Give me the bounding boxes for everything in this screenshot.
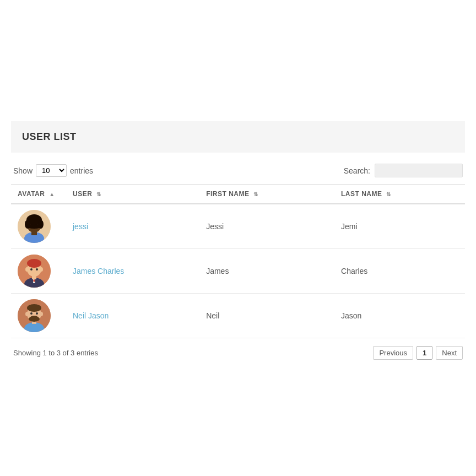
entries-select[interactable]: 10 25 50 100: [36, 164, 67, 177]
col-avatar[interactable]: AVATAR: [11, 185, 66, 204]
lastname-sort-icon: [386, 191, 391, 197]
svg-point-25: [30, 316, 38, 319]
page-header: USER LIST: [11, 121, 465, 153]
user-cell-1[interactable]: jessi: [66, 204, 199, 249]
showing-text: Showing 1 to 3 of 3 entries: [13, 349, 98, 357]
col-user-label: USER: [73, 190, 92, 198]
show-label: Show: [13, 166, 33, 175]
table-row: James CharlesJamesCharles: [11, 249, 465, 294]
lastname-cell-1: Jemi: [334, 204, 465, 249]
svg-point-18: [36, 268, 38, 271]
lastname-cell-3: Jason: [334, 294, 465, 338]
svg-point-15: [25, 267, 29, 272]
firstname-cell-1: Jessi: [199, 204, 334, 249]
svg-point-29: [36, 312, 38, 315]
avatar: [18, 255, 51, 288]
avatar-cell-1: [11, 204, 66, 249]
firstname-sort-icon: [253, 191, 258, 197]
svg-point-14: [27, 259, 41, 268]
pagination: Previous 1 Next: [373, 346, 463, 360]
search-input[interactable]: [375, 164, 463, 177]
lastname-cell-2: Charles: [334, 249, 465, 294]
col-first-name[interactable]: FIRST NAME: [199, 185, 334, 204]
table-controls: Show 10 25 50 100 entries Search:: [11, 164, 465, 177]
col-last-name[interactable]: LAST NAME: [334, 185, 465, 204]
user-cell-3[interactable]: Neil Jason: [66, 294, 199, 338]
user-cell-2[interactable]: James Charles: [66, 249, 199, 294]
col-avatar-label: AVATAR: [18, 190, 45, 198]
table-row: Neil JasonNeilJason: [11, 294, 465, 338]
page-1-button[interactable]: 1: [416, 346, 432, 360]
svg-point-7: [26, 224, 42, 229]
firstname-cell-2: James: [199, 249, 334, 294]
avatar-sort-icon: [49, 191, 55, 197]
avatar-cell-3: [11, 294, 66, 338]
avatar-cell-2: [11, 249, 66, 294]
svg-point-27: [40, 312, 43, 316]
page-title: USER LIST: [22, 131, 454, 143]
svg-point-16: [40, 267, 43, 272]
col-first-name-label: FIRST NAME: [206, 190, 249, 198]
svg-point-26: [25, 312, 29, 316]
avatar: [18, 210, 51, 243]
svg-point-17: [30, 268, 33, 271]
search-control: Search:: [344, 164, 463, 177]
entries-label: entries: [70, 166, 93, 175]
user-table: AVATAR USER FIRST NAME LAST NAME: [11, 184, 465, 338]
next-button[interactable]: Next: [436, 346, 463, 360]
avatar: [18, 299, 51, 332]
firstname-cell-3: Neil: [199, 294, 334, 338]
previous-button[interactable]: Previous: [373, 346, 413, 360]
user-sort-icon: [96, 191, 101, 197]
col-last-name-label: LAST NAME: [341, 190, 382, 198]
col-user[interactable]: USER: [66, 185, 199, 204]
svg-point-28: [30, 312, 33, 315]
show-entries-control: Show 10 25 50 100 entries: [13, 164, 93, 177]
table-header-row: AVATAR USER FIRST NAME LAST NAME: [11, 185, 465, 204]
search-label: Search:: [344, 166, 370, 175]
svg-point-23: [27, 304, 41, 312]
table-row: jessiJessiJemi: [11, 204, 465, 249]
table-footer: Showing 1 to 3 of 3 entries Previous 1 N…: [11, 346, 465, 360]
